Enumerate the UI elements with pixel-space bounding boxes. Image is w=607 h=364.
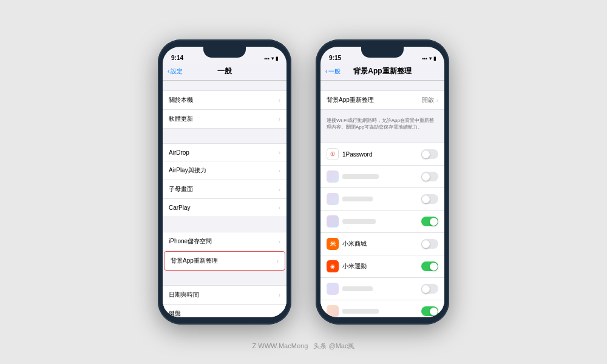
app-row: ◉ 小米運動 (327, 260, 421, 272)
list-item[interactable]: 鍵盤 › (163, 305, 287, 317)
divider-1 (163, 81, 287, 86)
left-group-1: 關於本機 › 軟體更新 › (163, 90, 287, 129)
blurred-label (342, 219, 376, 224)
chevron-icon: › (279, 238, 280, 245)
list-item[interactable]: 米 小米商城 (320, 233, 444, 255)
app-label-xiaomi-shop: 小米商城 (342, 240, 367, 248)
left-group-2: AirDrop › AirPlay與接力 › 子母畫面 › CarPlay › (163, 143, 287, 217)
right-nav-title: 背景App重新整理 (353, 66, 411, 76)
right-phone: 9:15 ▪▪▪ ▾ ▮ ‹ 一般 背景App重新整理 背景App重新整理 開啟 (316, 39, 449, 325)
app-label-xiaomi-sport: 小米運動 (342, 262, 367, 271)
row-label: 關於本機 (169, 96, 193, 104)
toggle-knob (422, 173, 430, 181)
chevron-icon: › (279, 97, 280, 104)
toggle-knob (422, 240, 430, 248)
list-item[interactable] (320, 166, 444, 188)
master-toggle-row[interactable]: 背景App重新整理 開啟 › (320, 90, 444, 110)
app-icon-blurred (327, 305, 339, 317)
divider-top (320, 81, 444, 86)
list-item[interactable] (320, 278, 444, 300)
blurred-label (342, 197, 373, 201)
blurred-label (342, 309, 379, 314)
battery-icon: ▮ (276, 56, 278, 61)
blurred-label (342, 174, 379, 179)
right-back-label: 一般 (328, 67, 341, 76)
watermark: Z WWW.MacMeng 头条 @Mac風 (253, 342, 355, 351)
right-time: 9:15 (329, 55, 341, 61)
toggle-xiaomi-shop[interactable] (421, 239, 438, 249)
left-phone: 9:14 ▪▪▪ ▾ ▮ ‹ 設定 一般 關於本機 › (158, 39, 291, 325)
divider-apps (320, 133, 444, 138)
divider-4 (163, 275, 287, 280)
chevron-icon: › (436, 97, 438, 104)
app-icon-blurred (327, 283, 339, 295)
apps-group: ① 1Password (320, 143, 444, 317)
chevron-icon: › (279, 292, 280, 298)
toggle-blurred-on[interactable] (421, 306, 438, 316)
chevron-icon: › (279, 116, 280, 123)
list-item[interactable]: ◉ 小米運動 (320, 255, 444, 278)
row-label: CarPlay (169, 204, 191, 211)
toggle-xiaomi-sport[interactable] (421, 261, 438, 271)
chevron-icon: › (279, 186, 280, 193)
left-back-label: 設定 (171, 67, 183, 76)
left-notch (203, 47, 246, 58)
master-label: 背景App重新整理 (327, 96, 374, 104)
row-label: 子母畫面 (169, 185, 193, 194)
left-nav-title: 一般 (217, 66, 232, 76)
chevron-icon: › (279, 167, 280, 174)
list-item[interactable] (320, 211, 444, 233)
list-item[interactable]: CarPlay › (163, 199, 287, 217)
battery-icon: ▮ (433, 56, 436, 61)
row-label: AirPlay與接力 (169, 166, 206, 175)
left-chevron-icon: ‹ (168, 68, 169, 75)
divider-2 (163, 133, 287, 138)
left-back-button[interactable]: ‹ 設定 (168, 67, 183, 76)
app-icon-blurred (327, 170, 339, 183)
app-icon: ① (327, 148, 339, 160)
master-group: 背景App重新整理 開啟 › (320, 90, 444, 110)
watermark-text: Z WWW.MacMeng (253, 342, 308, 349)
right-notch (361, 47, 404, 58)
toggle-knob (422, 195, 430, 203)
row-label: iPhone儲存空間 (169, 237, 212, 246)
app-row (327, 305, 421, 317)
list-item[interactable]: 關於本機 › (163, 90, 287, 110)
left-nav-bar: ‹ 設定 一般 (163, 64, 287, 81)
list-item[interactable]: 日期與時間 › (163, 285, 287, 305)
row-label: 日期與時間 (169, 291, 199, 299)
signal-icon: ▪▪▪ (264, 56, 270, 61)
list-item[interactable]: AirDrop › (163, 143, 287, 161)
toggle-blurred[interactable] (421, 194, 438, 204)
app-icon-xiaomi-sport: ◉ (327, 260, 339, 272)
left-status-icons: ▪▪▪ ▾ ▮ (264, 56, 278, 61)
list-item[interactable]: 軟體更新 › (163, 110, 287, 129)
toggle-1password[interactable] (421, 149, 438, 159)
row-label: 鍵盤 (169, 309, 181, 317)
list-item[interactable]: 子母畫面 › (163, 180, 287, 199)
list-item[interactable]: AirPlay與接力 › (163, 161, 287, 180)
list-item[interactable]: iPhone儲存空間 › (163, 232, 287, 251)
toggle-blurred[interactable] (421, 284, 438, 294)
list-item[interactable]: ① 1Password (320, 143, 444, 166)
app-icon-blurred (327, 193, 339, 205)
right-nav-bar: ‹ 一般 背景App重新整理 (320, 64, 444, 81)
toggle-blurred[interactable] (421, 172, 438, 181)
app-row: 米 小米商城 (327, 238, 421, 250)
right-screen-content: 背景App重新整理 開啟 › 連接Wi-Fi或行動網路時，允許App在背景中重新… (320, 81, 444, 317)
left-group-4: 日期與時間 › 鍵盤 › 字體 › 語言與地區 › 辭典 › (163, 285, 287, 317)
right-status-icons: ▪▪▪ ▾ ▮ (422, 56, 436, 61)
list-item[interactable] (320, 188, 444, 211)
list-item[interactable] (320, 300, 444, 317)
row-label: 軟體更新 (169, 115, 193, 123)
toggle-knob (422, 285, 430, 293)
toggle-blurred-on[interactable] (421, 217, 438, 226)
chevron-icon: › (277, 258, 279, 265)
background-app-refresh-row[interactable]: 背景App重新整理 › (164, 251, 285, 271)
left-phone-screen: 9:14 ▪▪▪ ▾ ▮ ‹ 設定 一般 關於本機 › (163, 47, 287, 317)
right-back-button[interactable]: ‹ 一般 (325, 67, 341, 76)
toggle-knob (422, 150, 430, 158)
blurred-label (342, 286, 373, 291)
app-row (327, 170, 421, 183)
toggle-knob (430, 218, 438, 226)
